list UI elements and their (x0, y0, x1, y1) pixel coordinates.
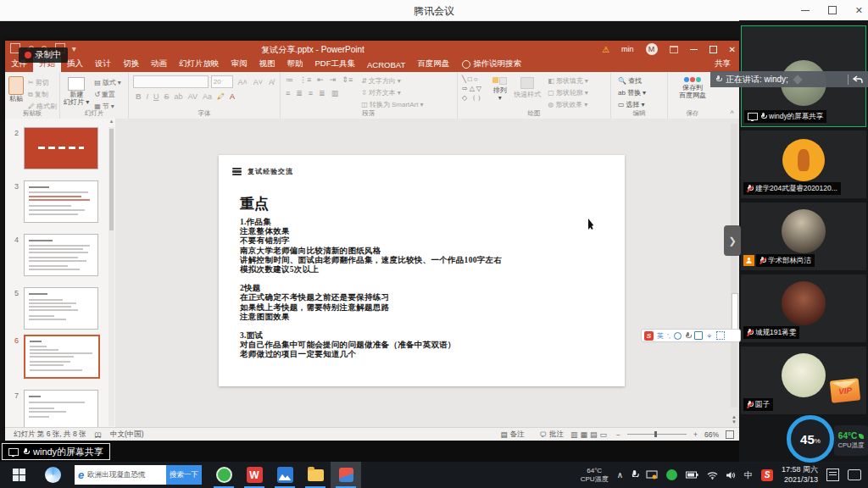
ime-mode-toggle[interactable]: 英 (657, 331, 664, 341)
ppt-restore-button[interactable] (709, 46, 717, 53)
numbering-button[interactable]: ⋮≡ (299, 75, 311, 84)
decrease-font-icon[interactable]: A˅ (252, 78, 264, 86)
tray-antivirus-icon[interactable] (666, 469, 677, 480)
meeting-maximize-button[interactable] (828, 6, 837, 14)
tab-help[interactable]: 帮助 (281, 57, 309, 72)
tab-slideshow[interactable]: 幻灯片放映 (173, 57, 225, 72)
align-text-button[interactable]: ⇳ 对齐文本 ▾ (361, 88, 423, 97)
fit-slide-button[interactable] (726, 430, 734, 439)
bold-button[interactable]: B (136, 92, 142, 101)
zoom-in-button[interactable]: + (693, 430, 698, 439)
spellcheck-icon[interactable]: 🕮 (95, 430, 103, 439)
tab-pdf-tools[interactable]: PDF工具集 (309, 57, 362, 72)
tray-expand-icon[interactable]: ∧ (617, 470, 623, 480)
taskbar-search-box[interactable]: e 欧洲出现凝血恐慌 搜索一下 (75, 465, 202, 485)
shape-gallery[interactable]: ╲□○⇨△▽◇（） (462, 75, 486, 109)
tray-clock[interactable]: 17:58 周六 2021/3/13 (782, 465, 818, 485)
soft-keyboard-icon[interactable] (694, 331, 703, 340)
columns-button[interactable]: ▥ (331, 89, 339, 97)
video-tile-jianxue204[interactable]: 建学204武凝睿2020120... (741, 130, 866, 198)
thumbnail-slide-4[interactable] (24, 234, 98, 276)
font-color-button[interactable]: A (230, 92, 235, 101)
clear-format-icon[interactable]: A̸ (267, 78, 275, 86)
shadow-button[interactable]: ab (175, 92, 183, 101)
highlight-button[interactable]: 🖍 (217, 92, 225, 101)
zoom-slider-knob[interactable] (654, 431, 657, 437)
replace-button[interactable]: ab 替换 ▾ (618, 88, 660, 97)
tab-baidu-netdisk[interactable]: 百度网盘 (411, 57, 455, 72)
sogou-ime-toolbar[interactable]: S 英 ’, 🜍 (641, 329, 741, 342)
align-left-button[interactable]: ≡ (286, 89, 290, 97)
layout-button[interactable]: ▤ 版式 ▾ (94, 78, 121, 87)
thumbnail-slide-5[interactable] (24, 287, 98, 330)
video-tile-linshangjie[interactable]: 学术部林尚洁 (741, 202, 866, 270)
ppt-close-button[interactable]: ✕ (729, 45, 736, 54)
tab-design[interactable]: 设计 (89, 57, 117, 72)
skin-icon[interactable]: 🜍 (706, 332, 713, 340)
notes-toggle[interactable]: ▤ 备注 (501, 430, 525, 440)
vip-badge[interactable]: VIP (830, 378, 861, 402)
slide-canvas[interactable]: 复试经验交流 重点 1.作品集 注意整体效果 不要有错别字 南京大学老师偏向比较… (219, 155, 625, 386)
emoji-icon[interactable] (674, 332, 682, 340)
tab-view[interactable]: 视图 (253, 57, 281, 72)
select-button[interactable]: ▭ 选择 ▾ (618, 100, 660, 109)
align-center-button[interactable]: ≣ (296, 89, 303, 97)
panel-scrollbar[interactable] (108, 127, 114, 426)
tab-animations[interactable]: 动画 (145, 57, 173, 72)
start-button[interactable] (0, 462, 37, 488)
tab-review[interactable]: 审阅 (225, 57, 253, 72)
font-size-combo[interactable]: 20 (211, 75, 234, 88)
thumbnail-slide-7[interactable] (24, 390, 98, 432)
tab-transitions[interactable]: 切换 (117, 57, 145, 72)
strikethrough-button[interactable]: S (164, 92, 170, 101)
shape-outline-button[interactable]: ▢ 形状轮廓 ▾ (548, 88, 588, 97)
taskbar-app-360safe[interactable] (209, 462, 239, 488)
notification-center-icon[interactable] (848, 469, 861, 480)
cpu-temp-widget[interactable]: 64°C CPU温度 (834, 425, 868, 456)
panel-scroll-up-icon[interactable]: ▲ (108, 119, 114, 124)
editor-scroll-thumb[interactable] (732, 293, 738, 330)
shape-effects-button[interactable]: ◍ 形状效果 ▾ (548, 100, 588, 109)
tray-battery-icon[interactable] (686, 471, 698, 479)
taskbar-app-browser360[interactable] (37, 462, 68, 488)
smartart-button[interactable]: ◫ 转换为 SmartArt ▾ (361, 100, 423, 109)
sogou-logo-icon[interactable]: S (644, 331, 654, 341)
comments-toggle[interactable]: 🗩 批注 (540, 430, 565, 440)
search-go-button[interactable]: 搜索一下 (166, 465, 202, 485)
tray-ime-indicator[interactable]: 中 (744, 469, 753, 481)
collapse-ribbon-icon[interactable]: ˄ (730, 108, 734, 116)
editor-scrollbar[interactable] (731, 124, 737, 408)
taskbar-app-meeting[interactable] (270, 462, 300, 488)
taskbar-app-active[interactable] (331, 462, 361, 488)
font-name-combo[interactable] (133, 75, 209, 88)
ribbon-display-options-icon[interactable] (670, 46, 678, 53)
taskbar-app-wps[interactable]: W (239, 462, 270, 488)
copy-button[interactable]: ⧉ 复制 (28, 90, 57, 99)
text-direction-button[interactable]: ⇵ 文字方向 ▾ (361, 76, 423, 86)
warning-icon[interactable]: ⚠ (602, 45, 609, 54)
new-slide-button[interactable]: 新建 幻灯片 ▾ (64, 74, 89, 111)
share-button[interactable]: 共享 (706, 57, 739, 72)
tray-notes-icon[interactable] (826, 469, 839, 481)
tab-acrobat[interactable]: ACROBAT (361, 58, 411, 72)
toolbox-grid-icon[interactable] (716, 331, 725, 340)
bullets-button[interactable]: ≔ (286, 75, 293, 84)
tray-display-icon[interactable] (646, 470, 658, 480)
increase-indent-button[interactable]: ⇥ (330, 75, 337, 84)
find-button[interactable]: 🔍 查找 (618, 76, 660, 86)
voice-input-icon[interactable] (685, 332, 691, 340)
meeting-close-button[interactable]: ✕ (855, 6, 863, 15)
tray-wifi-icon[interactable] (707, 471, 718, 480)
tray-mic-icon[interactable] (631, 470, 637, 480)
justify-button[interactable]: ≣ (319, 89, 326, 97)
video-tile-jiangwen[interactable]: 城规191蒋雯 (741, 274, 866, 342)
language-indicator[interactable]: 中文(中国) (110, 430, 144, 440)
cpu-usage-gauge[interactable]: 45 % (787, 415, 834, 463)
shape-fill-button[interactable]: ◧ 形状填充 ▾ (548, 76, 588, 86)
quick-styles-button[interactable]: 快速样式 (514, 75, 541, 109)
tell-me-search[interactable]: 操作说明搜索 (455, 57, 528, 72)
tray-sogou-icon[interactable]: S (761, 469, 773, 481)
thumbnail-slide-2[interactable] (24, 127, 98, 169)
zoom-percent[interactable]: 66% (704, 430, 719, 439)
tray-volume-icon[interactable] (726, 471, 736, 480)
